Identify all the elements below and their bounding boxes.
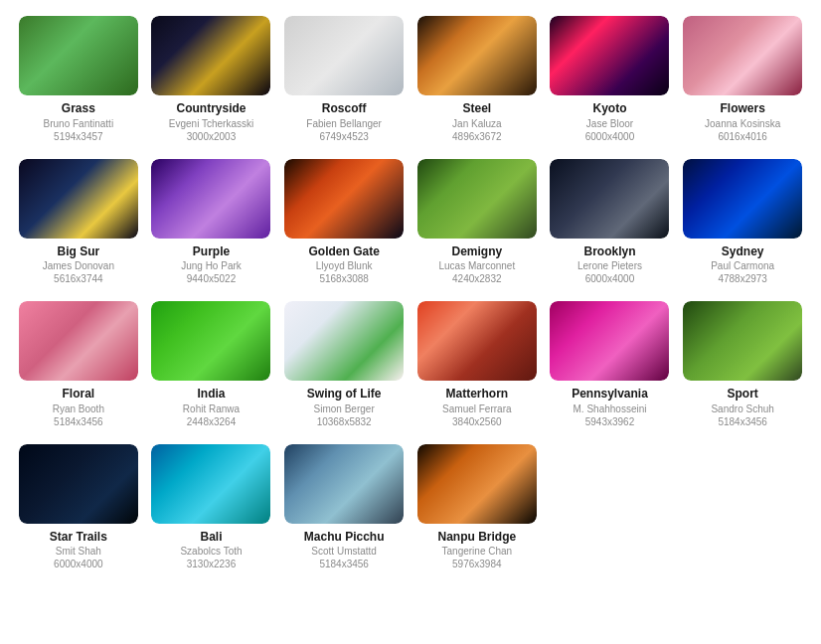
photo-image-brooklyn bbox=[550, 159, 669, 239]
photo-author-star-trails: Smit Shah bbox=[56, 545, 101, 558]
photo-author-roscoff: Fabien Bellanger bbox=[306, 117, 382, 130]
photo-thumbnail-flowers bbox=[683, 16, 802, 95]
photo-title-bali: Bali bbox=[200, 530, 222, 546]
photo-dims-matterhorn: 3840x2560 bbox=[452, 415, 502, 428]
photo-thumbnail-brooklyn bbox=[550, 159, 669, 239]
photo-thumbnail-machu-picchu bbox=[284, 444, 404, 524]
photo-item-countryside[interactable]: Countryside Evgeni Tcherkasski 3000x2003 bbox=[149, 16, 274, 143]
photo-dims-machu-picchu: 5184x3456 bbox=[319, 558, 369, 570]
photo-dims-sydney: 4788x2973 bbox=[718, 272, 767, 285]
photo-thumbnail-nanpu bbox=[417, 444, 537, 524]
photo-thumbnail-floral bbox=[19, 301, 138, 381]
photo-dims-star-trails: 6000x4000 bbox=[54, 558, 103, 570]
photo-item-india[interactable]: India Rohit Ranwa 2448x3264 bbox=[149, 301, 274, 428]
photo-title-matterhorn: Matterhorn bbox=[445, 387, 508, 402]
photo-image-flowers bbox=[683, 16, 802, 95]
photo-author-pennsylvania: M. Shahhosseini bbox=[574, 402, 647, 415]
photo-dims-pennsylvania: 5943x3962 bbox=[585, 415, 635, 428]
photo-thumbnail-india bbox=[151, 301, 270, 381]
photo-thumbnail-swing-of-life bbox=[284, 301, 404, 381]
photo-title-sport: Sport bbox=[727, 387, 757, 402]
photo-title-flowers: Flowers bbox=[720, 101, 764, 117]
photo-item-kyoto[interactable]: Kyoto Jase Bloor 6000x4000 bbox=[548, 16, 673, 143]
photo-thumbnail-pennsylvania bbox=[550, 301, 669, 381]
photo-title-countryside: Countryside bbox=[176, 101, 246, 117]
photo-dims-bali: 3130x2236 bbox=[187, 558, 237, 570]
photo-item-demigny[interactable]: Demigny Lucas Marconnet 4240x2832 bbox=[414, 159, 540, 286]
photo-thumbnail-steel bbox=[417, 16, 537, 95]
photo-title-big-sur: Big Sur bbox=[57, 244, 99, 260]
photo-dims-kyoto: 6000x4000 bbox=[585, 130, 635, 143]
photo-image-countryside bbox=[151, 16, 270, 95]
photo-item-sydney[interactable]: Sydney Paul Carmona 4788x2973 bbox=[680, 159, 805, 286]
photo-dims-golden-gate: 5168x3088 bbox=[319, 272, 369, 285]
photo-dims-india: 2448x3264 bbox=[187, 415, 237, 428]
photo-item-pennsylvania[interactable]: Pennsylvania M. Shahhosseini 5943x3962 bbox=[548, 301, 673, 428]
photo-thumbnail-demigny bbox=[417, 159, 537, 239]
photo-item-big-sur[interactable]: Big Sur James Donovan 5616x3744 bbox=[16, 159, 141, 286]
photo-image-sydney bbox=[683, 159, 802, 239]
photo-title-floral: Floral bbox=[62, 387, 94, 402]
photo-thumbnail-big-sur bbox=[19, 159, 138, 239]
photo-title-purple: Purple bbox=[193, 244, 230, 260]
photo-title-roscoff: Roscoff bbox=[322, 101, 367, 117]
photo-dims-nanpu: 5976x3984 bbox=[452, 558, 502, 570]
photo-title-nanpu: Nanpu Bridge bbox=[437, 530, 516, 546]
photo-item-grass[interactable]: Grass Bruno Fantinatti 5194x3457 bbox=[16, 16, 141, 143]
photo-item-bali[interactable]: Bali Szabolcs Toth 3130x2236 bbox=[149, 444, 274, 571]
photo-item-swing-of-life[interactable]: Swing of Life Simon Berger 10368x5832 bbox=[281, 301, 407, 428]
photo-item-steel[interactable]: Steel Jan Kaluza 4896x3672 bbox=[414, 16, 540, 143]
photo-item-flowers[interactable]: Flowers Joanna Kosinska 6016x4016 bbox=[680, 16, 805, 143]
photo-author-purple: Jung Ho Park bbox=[181, 259, 242, 272]
photo-item-brooklyn[interactable]: Brooklyn Lerone Pieters 6000x4000 bbox=[548, 159, 673, 286]
photo-item-sport[interactable]: Sport Sandro Schuh 5184x3456 bbox=[680, 301, 805, 428]
photo-thumbnail-matterhorn bbox=[417, 301, 537, 381]
photo-image-star-trails bbox=[19, 444, 138, 524]
photo-dims-brooklyn: 6000x4000 bbox=[585, 272, 635, 285]
photo-image-matterhorn bbox=[417, 301, 537, 381]
photo-thumbnail-bali bbox=[151, 444, 270, 524]
photo-image-machu-picchu bbox=[284, 444, 404, 524]
photo-author-grass: Bruno Fantinatti bbox=[44, 117, 114, 130]
photo-title-star-trails: Star Trails bbox=[50, 530, 107, 546]
photo-item-floral[interactable]: Floral Ryan Booth 5184x3456 bbox=[16, 301, 141, 428]
photo-thumbnail-kyoto bbox=[550, 16, 669, 95]
photo-grid: Grass Bruno Fantinatti 5194x3457 Country… bbox=[16, 16, 805, 570]
photo-item-roscoff[interactable]: Roscoff Fabien Bellanger 6749x4523 bbox=[281, 16, 407, 143]
photo-dims-grass: 5194x3457 bbox=[54, 130, 103, 143]
photo-author-brooklyn: Lerone Pieters bbox=[577, 259, 642, 272]
photo-title-demigny: Demigny bbox=[451, 244, 502, 260]
photo-author-floral: Ryan Booth bbox=[53, 402, 104, 415]
photo-thumbnail-grass bbox=[19, 16, 138, 95]
photo-item-golden-gate[interactable]: Golden Gate Llyoyd Blunk 5168x3088 bbox=[281, 159, 407, 286]
photo-dims-sport: 5184x3456 bbox=[718, 415, 767, 428]
photo-image-golden-gate bbox=[284, 159, 404, 239]
photo-image-bali bbox=[151, 444, 270, 524]
photo-item-star-trails[interactable]: Star Trails Smit Shah 6000x4000 bbox=[16, 444, 141, 571]
photo-title-golden-gate: Golden Gate bbox=[308, 244, 379, 260]
photo-thumbnail-countryside bbox=[151, 16, 270, 95]
photo-image-kyoto bbox=[550, 16, 669, 95]
photo-thumbnail-star-trails bbox=[19, 444, 138, 524]
photo-image-india bbox=[151, 301, 270, 381]
photo-title-brooklyn: Brooklyn bbox=[583, 244, 635, 260]
photo-author-kyoto: Jase Bloor bbox=[586, 117, 633, 130]
photo-author-sport: Sandro Schuh bbox=[711, 402, 773, 415]
photo-author-bali: Szabolcs Toth bbox=[180, 545, 242, 558]
photo-item-purple[interactable]: Purple Jung Ho Park 9440x5022 bbox=[149, 159, 274, 286]
photo-item-machu-picchu[interactable]: Machu Picchu Scott Umstattd 5184x3456 bbox=[281, 444, 407, 571]
photo-dims-swing-of-life: 10368x5832 bbox=[317, 415, 372, 428]
photo-author-matterhorn: Samuel Ferrara bbox=[442, 402, 511, 415]
photo-thumbnail-golden-gate bbox=[284, 159, 404, 239]
photo-image-steel bbox=[417, 16, 537, 95]
photo-image-swing-of-life bbox=[284, 301, 404, 381]
photo-image-floral bbox=[19, 301, 138, 381]
photo-author-swing-of-life: Simon Berger bbox=[314, 402, 375, 415]
photo-item-nanpu[interactable]: Nanpu Bridge Tangerine Chan 5976x3984 bbox=[414, 444, 540, 571]
photo-title-sydney: Sydney bbox=[722, 244, 764, 260]
photo-image-roscoff bbox=[284, 16, 404, 95]
photo-item-matterhorn[interactable]: Matterhorn Samuel Ferrara 3840x2560 bbox=[414, 301, 540, 428]
photo-title-machu-picchu: Machu Picchu bbox=[304, 530, 385, 546]
photo-dims-big-sur: 5616x3744 bbox=[54, 272, 103, 285]
photo-thumbnail-sport bbox=[683, 301, 802, 381]
